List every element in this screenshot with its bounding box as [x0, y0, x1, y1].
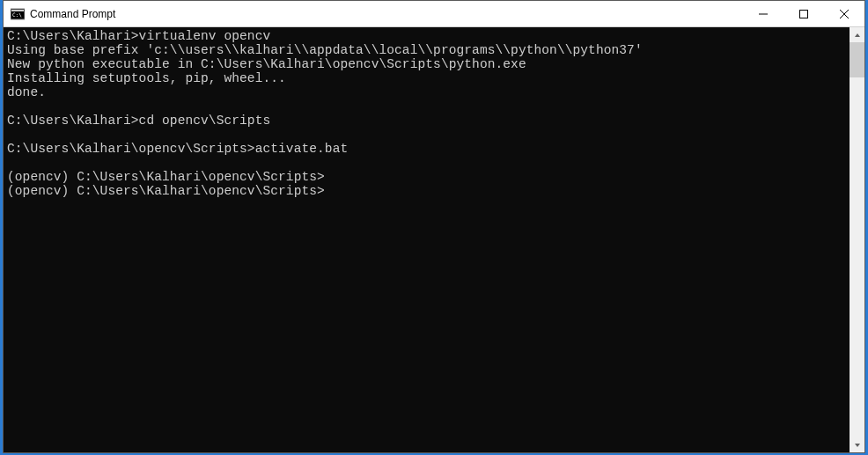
- close-button[interactable]: [824, 1, 864, 27]
- terminal-line: C:\Users\Kalhari>cd opencv\Scripts: [7, 114, 861, 128]
- terminal-line: (opencv) C:\Users\Kalhari\opencv\Scripts…: [7, 184, 861, 198]
- command-prompt-window: C:\ Command Prompt C:\Users\Kalhari>virt…: [3, 0, 865, 453]
- terminal-output: C:\Users\Kalhari>virtualenv opencvUsing …: [4, 27, 864, 200]
- terminal-line: New python executable in C:\Users\Kalhar…: [7, 57, 861, 71]
- terminal-line: Installing setuptools, pip, wheel...: [7, 71, 861, 85]
- scrollbar-thumb[interactable]: [850, 42, 864, 77]
- scroll-up-button[interactable]: [850, 27, 864, 42]
- svg-marker-7: [855, 33, 860, 37]
- maximize-button[interactable]: [783, 1, 824, 27]
- titlebar[interactable]: C:\ Command Prompt: [4, 1, 864, 27]
- terminal-line: Using base prefix 'c:\\users\\kalhari\\a…: [7, 43, 861, 57]
- terminal-area[interactable]: C:\Users\Kalhari>virtualenv opencvUsing …: [4, 27, 864, 452]
- terminal-line: (opencv) C:\Users\Kalhari\opencv\Scripts…: [7, 170, 861, 184]
- scroll-down-button[interactable]: [850, 437, 864, 452]
- window-title: Command Prompt: [30, 8, 743, 20]
- svg-marker-8: [855, 444, 860, 447]
- window-controls: [743, 1, 864, 26]
- svg-rect-4: [800, 11, 808, 18]
- terminal-line: [7, 156, 861, 170]
- terminal-line: C:\Users\Kalhari>virtualenv opencv: [7, 29, 861, 43]
- vertical-scrollbar[interactable]: [850, 27, 864, 452]
- svg-text:C:\: C:\: [12, 11, 22, 18]
- minimize-button[interactable]: [743, 1, 783, 27]
- terminal-line: done.: [7, 85, 861, 99]
- scrollbar-track[interactable]: [850, 42, 864, 437]
- terminal-line: [7, 99, 861, 114]
- terminal-line: C:\Users\Kalhari\opencv\Scripts>activate…: [7, 142, 861, 156]
- cmd-icon: C:\: [11, 7, 25, 21]
- terminal-line: [7, 128, 861, 142]
